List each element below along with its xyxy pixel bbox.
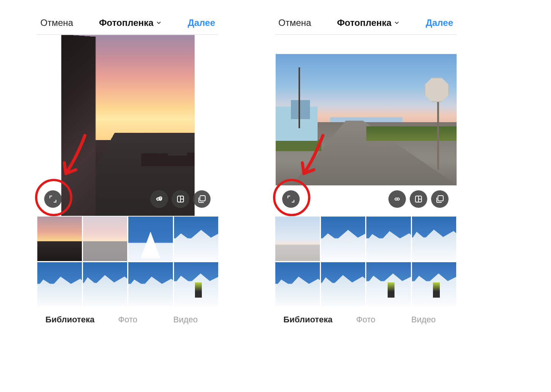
bottom-tabs: Библиотека Фото Видео [275,306,456,328]
expand-crop-button[interactable] [44,190,62,208]
preview-image [61,35,195,216]
thumbnail[interactable] [275,217,320,261]
tab-photo[interactable]: Фото [337,315,395,325]
multi-select-button[interactable] [193,190,211,208]
cancel-button[interactable]: Отмена [40,18,73,28]
infinity-icon [393,194,402,204]
svg-rect-1 [200,196,205,201]
top-bar: Отмена Фотопленка Далее [275,11,456,35]
layout-grid-icon [176,194,185,204]
album-picker[interactable]: Фотопленка [99,18,162,28]
layout-grid-icon [414,194,423,204]
thumbnail[interactable] [275,262,320,307]
cancel-button[interactable]: Отмена [278,18,311,28]
phone-left: Отмена Фотопленка Далее [37,11,218,328]
layout-button[interactable] [172,190,189,208]
preview-area[interactable] [275,35,456,215]
preview-image [275,54,457,186]
next-button[interactable]: Далее [426,18,453,28]
phone-right: Отмена Фотопленка Далее [275,11,456,328]
preview-area[interactable] [37,35,218,215]
layout-button[interactable] [410,190,427,208]
expand-crop-icon [48,194,57,204]
thumbnail[interactable] [366,217,411,261]
tab-photo[interactable]: Фото [99,315,157,325]
chevron-down-icon [394,20,400,26]
boomerang-button[interactable] [150,190,168,208]
thumbnail[interactable] [83,262,128,307]
tab-video[interactable]: Видео [157,315,214,325]
chevron-down-icon [156,20,162,26]
thumbnail-grid [275,217,456,306]
thumbnail[interactable] [321,262,366,307]
multi-select-icon [435,194,444,204]
thumbnail[interactable] [83,217,128,261]
tab-video[interactable]: Видео [394,315,452,325]
thumbnail[interactable] [128,217,173,261]
thumbnail[interactable] [37,217,82,261]
thumbnail[interactable] [174,217,219,261]
multi-select-icon [197,194,206,204]
thumbnail[interactable] [37,262,82,307]
infinity-icon [155,194,164,204]
bottom-tabs: Библиотека Фото Видео [37,306,218,328]
tab-library[interactable]: Библиотека [41,315,99,325]
album-title: Фотопленка [337,18,391,28]
thumbnail[interactable] [412,262,457,307]
thumbnail-grid [37,217,218,306]
album-title: Фотопленка [99,18,153,28]
next-button[interactable]: Далее [188,18,215,28]
thumbnail[interactable] [412,217,457,261]
album-picker[interactable]: Фотопленка [337,18,400,28]
expand-crop-button[interactable] [282,190,300,208]
tab-library[interactable]: Библиотека [279,315,337,325]
thumbnail[interactable] [366,262,411,307]
thumbnail[interactable] [128,262,173,307]
thumbnail[interactable] [174,262,219,307]
thumbnail[interactable] [321,217,366,261]
multi-select-button[interactable] [431,190,449,208]
expand-crop-icon [286,194,295,204]
top-bar: Отмена Фотопленка Далее [37,11,218,35]
boomerang-button[interactable] [388,190,406,208]
svg-rect-3 [438,196,443,201]
